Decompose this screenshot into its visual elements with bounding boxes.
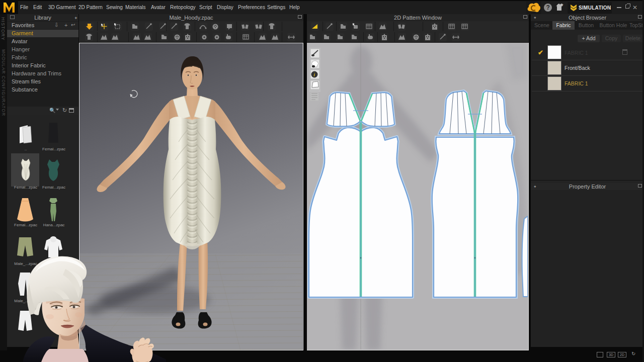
svg-text:+: + — [561, 3, 564, 8]
svg-text:?: ? — [546, 4, 550, 11]
